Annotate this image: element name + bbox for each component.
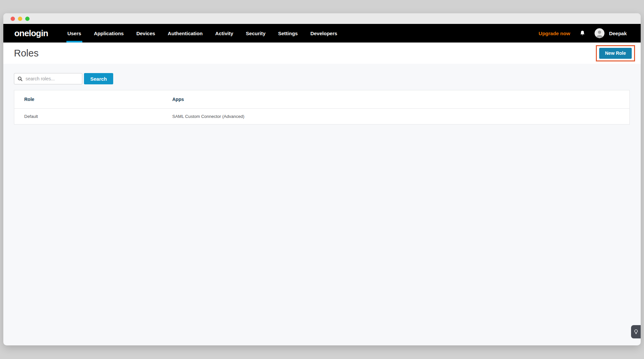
page-title: Roles [14, 48, 39, 59]
roles-table: Role Apps Default SAML Custom Connector … [14, 90, 630, 125]
window-zoom-button[interactable] [25, 17, 30, 21]
window-close-button[interactable] [11, 17, 15, 21]
nav-item-users[interactable]: Users [67, 24, 82, 43]
table-row[interactable]: Default SAML Custom Connector (Advanced) [14, 108, 629, 124]
user-name: Deepak [609, 31, 627, 36]
new-role-button[interactable]: New Role [599, 48, 632, 59]
annotation-highlight-box: New Role [596, 45, 635, 61]
search-row: Search [14, 73, 630, 84]
navbar-right-section: Upgrade now Deepak [539, 24, 627, 43]
nav-item-activity[interactable]: Activity [214, 24, 234, 43]
role-apps-cell: SAML Custom Connector (Advanced) [162, 114, 629, 119]
top-navbar: onelogin Users Applications Devices Auth… [3, 24, 641, 43]
desktop-background: onelogin Users Applications Devices Auth… [0, 0, 644, 359]
page-header: Roles New Role [3, 43, 641, 64]
help-tip-tab[interactable] [631, 325, 641, 338]
user-avatar [595, 28, 604, 38]
onelogin-logo[interactable]: onelogin [14, 28, 48, 39]
lightbulb-icon [634, 329, 638, 335]
nav-item-settings[interactable]: Settings [278, 24, 298, 43]
table-header-row: Role Apps [14, 90, 629, 108]
upgrade-now-link[interactable]: Upgrade now [539, 31, 570, 36]
search-box [14, 73, 82, 84]
nav-item-authentication[interactable]: Authentication [167, 24, 203, 43]
primary-nav: Users Applications Devices Authenticatio… [67, 24, 338, 43]
column-header-apps: Apps [162, 97, 629, 102]
nav-item-developers[interactable]: Developers [310, 24, 338, 43]
search-button[interactable]: Search [84, 73, 113, 84]
nav-item-security[interactable]: Security [245, 24, 266, 43]
search-input[interactable] [26, 76, 79, 81]
content-area: Search Role Apps Default SAML Custom Con… [3, 64, 641, 345]
window-titlebar [3, 13, 641, 24]
role-name-cell[interactable]: Default [14, 114, 162, 119]
user-menu[interactable]: Deepak [595, 28, 627, 38]
search-icon [18, 76, 23, 81]
column-header-role: Role [14, 97, 162, 102]
window-minimize-button[interactable] [18, 17, 22, 21]
nav-item-devices[interactable]: Devices [136, 24, 156, 43]
notifications-bell-icon[interactable] [580, 30, 585, 36]
browser-window: onelogin Users Applications Devices Auth… [3, 13, 641, 345]
nav-item-applications[interactable]: Applications [93, 24, 124, 43]
